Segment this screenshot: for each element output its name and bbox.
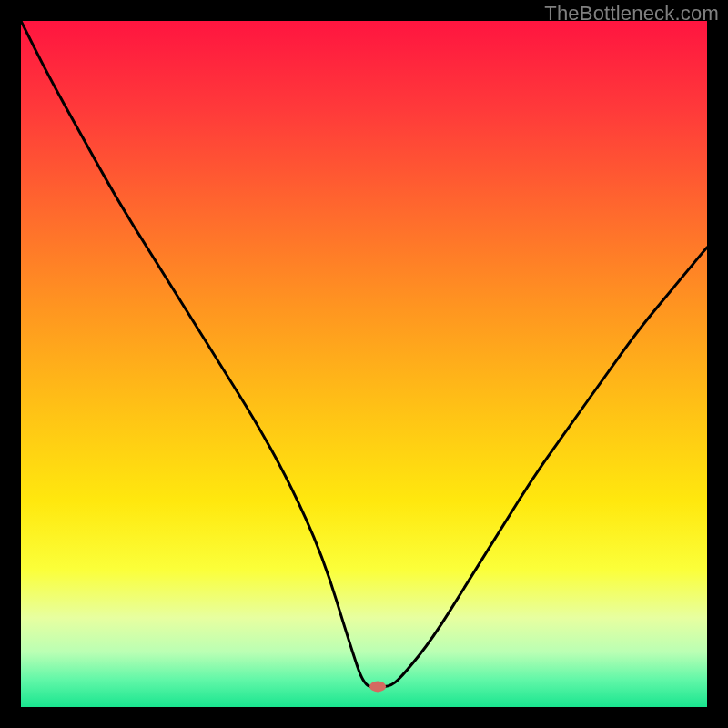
watermark-text: TheBottleneck.com <box>544 2 719 25</box>
chart-container: TheBottleneck.com <box>0 0 728 728</box>
marker-dot <box>369 681 386 692</box>
bottleneck-chart <box>21 21 707 707</box>
plot-frame <box>21 21 707 707</box>
gradient-background <box>21 21 707 707</box>
